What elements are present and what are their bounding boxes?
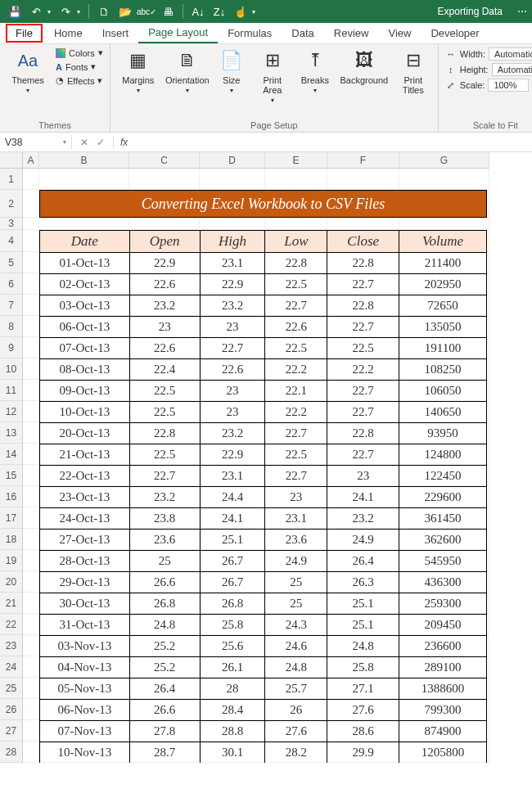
cell[interactable]: 04-Nov-13 (40, 657, 130, 679)
cell[interactable]: 22.9 (200, 444, 265, 466)
cell[interactable]: 1388600 (399, 679, 487, 700)
row-header[interactable]: 26 (0, 699, 23, 720)
row-header[interactable]: 12 (0, 401, 23, 422)
height-select[interactable]: Automatic (492, 63, 532, 76)
cell[interactable]: 27.6 (327, 700, 399, 721)
effects-button[interactable]: ◔Effects ▾ (56, 75, 103, 86)
cell[interactable]: 02-Oct-13 (40, 274, 130, 295)
open-folder-icon[interactable]: 📂 (119, 5, 132, 18)
cell[interactable]: 22.8 (129, 423, 200, 444)
column-header[interactable]: F (327, 152, 399, 169)
column-header[interactable]: D (200, 152, 265, 169)
cell[interactable]: 135050 (399, 317, 487, 338)
cell[interactable]: 22.7 (327, 317, 399, 338)
cell[interactable]: 22.8 (327, 253, 399, 274)
cell[interactable]: 108250 (399, 359, 487, 381)
cell[interactable]: 140650 (399, 402, 487, 423)
row-header[interactable]: 5 (0, 252, 23, 273)
cell[interactable]: 22.4 (129, 359, 200, 381)
table-row[interactable]: 28-Oct-132526.724.926.4545950 (40, 551, 487, 572)
cell[interactable]: 21-Oct-13 (40, 444, 130, 466)
new-file-icon[interactable]: 🗋 (97, 5, 110, 18)
cell[interactable]: 30.1 (200, 742, 265, 764)
cell[interactable]: 26.7 (200, 572, 265, 593)
row-header[interactable]: 19 (0, 550, 23, 571)
cell[interactable]: 24.3 (265, 615, 327, 636)
cell[interactable]: 03-Oct-13 (40, 295, 130, 317)
cell[interactable]: 29.9 (327, 742, 399, 764)
margins-button[interactable]: ▦Margins▾ (117, 47, 160, 94)
cell[interactable]: 25.1 (327, 593, 399, 615)
cell[interactable]: 22.2 (265, 359, 327, 381)
name-box[interactable]: V38▾ (0, 135, 72, 150)
print-titles-button[interactable]: ⊟Print Titles (395, 47, 431, 95)
cell[interactable]: 26.8 (200, 593, 265, 615)
cell[interactable]: 01-Oct-13 (40, 253, 130, 274)
cell[interactable]: 362600 (399, 530, 487, 551)
cell[interactable]: 10-Oct-13 (40, 402, 130, 423)
row-header[interactable]: 7 (0, 295, 23, 316)
cell[interactable]: 122450 (399, 466, 487, 487)
cell[interactable]: 05-Nov-13 (40, 679, 130, 700)
table-row[interactable]: 05-Nov-1326.42825.727.11388600 (40, 679, 487, 700)
row-header[interactable]: 4 (0, 230, 23, 252)
cell[interactable]: 03-Nov-13 (40, 636, 130, 657)
tab-insert[interactable]: Insert (92, 24, 139, 43)
cell[interactable]: 27.1 (327, 679, 399, 700)
table-row[interactable]: 03-Oct-1323.223.222.722.872650 (40, 295, 487, 317)
table-row[interactable]: 24-Oct-1323.824.123.123.2361450 (40, 508, 487, 530)
row-header[interactable]: 8 (0, 316, 23, 337)
cell[interactable]: 22.7 (129, 466, 200, 487)
table-row[interactable]: 31-Oct-1324.825.824.325.1209450 (40, 615, 487, 636)
cell[interactable]: 26.6 (129, 700, 200, 721)
themes-button[interactable]: Aa Themes ▾ (7, 47, 49, 94)
row-header[interactable]: 2 (0, 190, 23, 218)
cell[interactable]: 23 (265, 487, 327, 508)
row-header[interactable]: 22 (0, 614, 23, 635)
scale-input[interactable]: 100% (488, 79, 529, 92)
cell[interactable]: 25.1 (327, 615, 399, 636)
cell[interactable]: 22.9 (200, 274, 265, 295)
cell[interactable]: 1205800 (399, 742, 487, 764)
table-row[interactable]: 06-Oct-13232322.622.7135050 (40, 317, 487, 338)
cell[interactable]: 26.1 (200, 657, 265, 679)
cell[interactable]: 28-Oct-13 (40, 551, 130, 572)
cell[interactable]: 22.6 (265, 317, 327, 338)
cell[interactable]: 191100 (399, 338, 487, 359)
table-row[interactable]: 01-Oct-1322.923.122.822.8211400 (40, 253, 487, 274)
row-header[interactable]: 10 (0, 358, 23, 380)
table-row[interactable]: 10-Oct-1322.52322.222.7140650 (40, 402, 487, 423)
undo-icon[interactable]: ↶ (29, 5, 43, 18)
quick-print-icon[interactable]: 🖶 (161, 5, 174, 18)
cell[interactable]: 23.1 (200, 466, 265, 487)
sort-asc-icon[interactable]: A↓ (192, 5, 205, 18)
column-header[interactable]: A (23, 152, 39, 169)
cell[interactable]: 202950 (399, 274, 487, 295)
table-row[interactable]: 07-Nov-1327.828.827.628.6874900 (40, 721, 487, 742)
cell[interactable]: 25 (265, 593, 327, 615)
column-header[interactable]: E (265, 152, 327, 169)
table-row[interactable]: 21-Oct-1322.522.922.522.7124800 (40, 444, 487, 466)
tab-data[interactable]: Data (282, 24, 323, 43)
cell[interactable]: 22.9 (129, 253, 200, 274)
cell[interactable]: 28.4 (200, 700, 265, 721)
cell[interactable]: 31-Oct-13 (40, 615, 130, 636)
column-header[interactable]: G (399, 152, 489, 169)
table-row[interactable]: 20-Oct-1322.823.222.722.893950 (40, 423, 487, 444)
cell[interactable]: 24.4 (200, 487, 265, 508)
cell[interactable]: 26.4 (327, 551, 399, 572)
table-row[interactable]: 29-Oct-1326.626.72526.3436300 (40, 572, 487, 593)
cell[interactable]: 24.8 (265, 657, 327, 679)
cell[interactable]: 23 (129, 317, 200, 338)
cell[interactable]: 24.9 (265, 551, 327, 572)
tab-developer[interactable]: Developer (421, 24, 489, 43)
tab-view[interactable]: View (378, 24, 421, 43)
cell[interactable]: 72650 (399, 295, 487, 317)
cell[interactable]: 25.2 (129, 657, 200, 679)
cell[interactable]: 26.8 (129, 593, 200, 615)
row-header[interactable]: 16 (0, 486, 23, 507)
cell[interactable]: 23.2 (200, 295, 265, 317)
table-row[interactable]: 27-Oct-1323.625.123.624.9362600 (40, 530, 487, 551)
cell[interactable]: 22.5 (129, 381, 200, 402)
orientation-button[interactable]: 🗎Orientation▾ (166, 47, 209, 94)
